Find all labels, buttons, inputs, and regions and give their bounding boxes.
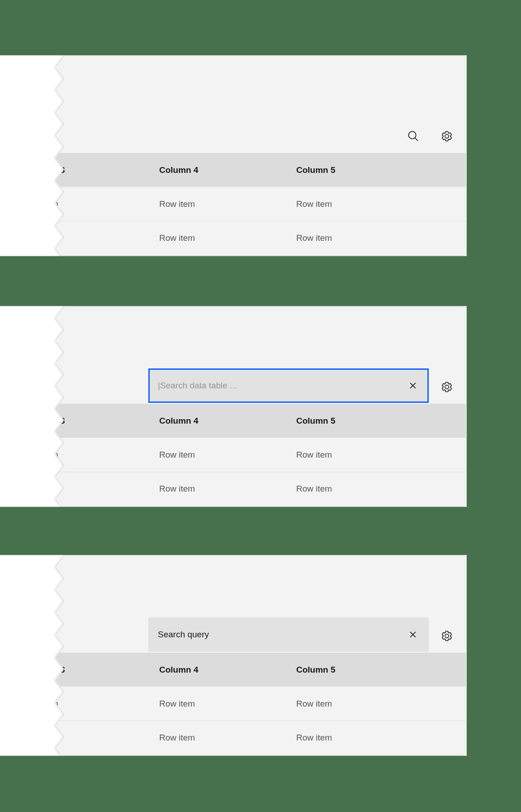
table-row[interactable]: m Row item Row item xyxy=(56,687,466,721)
table-row[interactable]: m Row item Row item xyxy=(56,221,466,255)
column-header-4: Column 4 xyxy=(159,665,199,675)
table-header-row: 3 Column 4 Column 5 xyxy=(56,153,466,187)
table-cell: Row item xyxy=(159,699,195,709)
datatable-card: 3 Column 4 Column 5 m Row item Row item … xyxy=(56,56,466,255)
gear-icon xyxy=(441,630,453,642)
datatable-card: 3 Column 4 Column 5 m Row item Row item … xyxy=(56,307,466,506)
table-row[interactable]: m Row item Row item xyxy=(56,472,466,506)
clipped-column3-fragment: 3 xyxy=(60,165,65,175)
torn-paper-strip xyxy=(0,556,64,755)
search-icon xyxy=(407,130,419,142)
clear-search-button[interactable] xyxy=(407,629,419,640)
torn-paper-strip xyxy=(0,307,64,506)
table-row[interactable]: m Row item Row item xyxy=(56,187,466,221)
panel-body-wrap: 3 Column 4 Column 5 m Row item Row item … xyxy=(56,556,466,755)
settings-button[interactable] xyxy=(441,381,453,393)
table-header-row: 3 Column 4 Column 5 xyxy=(56,653,466,687)
table-cell: Row item xyxy=(159,450,195,460)
table-cell: Row item xyxy=(159,199,195,209)
column-header-5: Column 5 xyxy=(296,665,336,675)
toolbar-search-box xyxy=(148,617,429,652)
page-background: { "page": { "background_color": "#47714d… xyxy=(0,0,521,812)
table-cell: Row item xyxy=(159,484,195,494)
panel-body-wrap: 3 Column 4 Column 5 m Row item Row item … xyxy=(56,56,466,255)
column-header-5: Column 5 xyxy=(296,416,336,426)
table-cell: Row item xyxy=(296,484,332,494)
datatable-panel-search-active: 3 Column 4 Column 5 m Row item Row item … xyxy=(0,307,466,506)
datatable-card: 3 Column 4 Column 5 m Row item Row item … xyxy=(56,556,466,755)
gear-icon xyxy=(441,130,453,142)
toolbar-search-box xyxy=(148,368,429,403)
table-header-row: 3 Column 4 Column 5 xyxy=(56,404,466,438)
clear-search-button[interactable] xyxy=(407,380,419,392)
table-cell: Row item xyxy=(159,733,195,743)
column-header-4: Column 4 xyxy=(159,416,199,426)
datatable-panel-search-populated: 3 Column 4 Column 5 m Row item Row item … xyxy=(0,556,466,755)
gear-icon xyxy=(441,381,453,393)
table-cell: Row item xyxy=(296,699,332,709)
settings-button[interactable] xyxy=(441,630,453,642)
clipped-column3-fragment: 3 xyxy=(60,665,65,675)
search-input[interactable] xyxy=(148,617,429,652)
column-header-5: Column 5 xyxy=(296,165,336,175)
table-row[interactable]: m Row item Row item xyxy=(56,438,466,472)
panel-body-wrap: 3 Column 4 Column 5 m Row item Row item … xyxy=(56,307,466,506)
table-cell: Row item xyxy=(296,450,332,460)
table-cell: Row item xyxy=(296,199,332,209)
datatable-panel-search-collapsed: 3 Column 4 Column 5 m Row item Row item … xyxy=(0,56,466,255)
settings-button[interactable] xyxy=(441,130,453,142)
torn-paper-strip xyxy=(0,56,64,255)
close-icon xyxy=(407,629,419,640)
close-icon xyxy=(407,380,419,392)
column-header-4: Column 4 xyxy=(159,165,199,175)
table-cell: Row item xyxy=(296,233,332,243)
table-cell: Row item xyxy=(296,733,332,743)
search-button[interactable] xyxy=(407,130,419,142)
search-input[interactable] xyxy=(148,368,429,403)
table-cell: Row item xyxy=(159,233,195,243)
clipped-column3-fragment: 3 xyxy=(60,416,65,426)
table-row[interactable]: m Row item Row item xyxy=(56,721,466,755)
